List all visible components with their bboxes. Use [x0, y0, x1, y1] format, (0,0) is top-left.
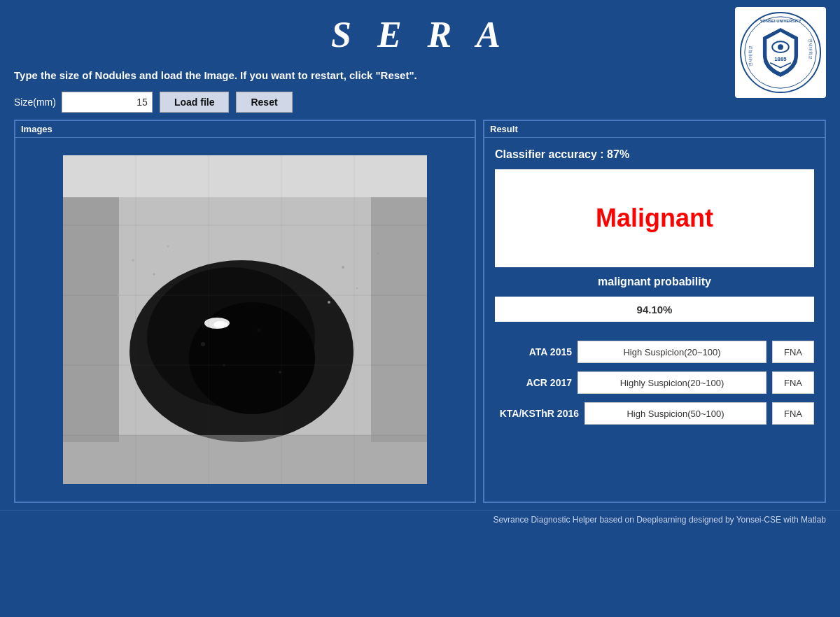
- svg-text:연세대학교: 연세대학교: [748, 45, 752, 66]
- svg-point-29: [279, 371, 281, 374]
- guideline-row-ata: ATA 2015 High Suspicion(20~100) FNA: [495, 341, 814, 363]
- size-input[interactable]: [62, 92, 153, 113]
- guideline-category-acr: Highly Suspicion(20~100): [578, 371, 766, 394]
- svg-text:1885: 1885: [774, 56, 787, 62]
- svg-point-19: [153, 274, 155, 276]
- diagnosis-text: Malignant: [596, 204, 713, 233]
- svg-point-14: [214, 321, 227, 328]
- result-panel: Result Classifier accuracy : 87% Maligna…: [483, 120, 826, 503]
- svg-point-21: [167, 246, 169, 248]
- guideline-name-ata: ATA 2015: [495, 346, 572, 357]
- malignant-probability-label: malignant probability: [495, 276, 814, 288]
- guideline-action-acr: FNA: [772, 371, 814, 394]
- classifier-accuracy: Classifier accuracy : 87%: [495, 148, 814, 161]
- guideline-name-kta: KTA/KSThR 2016: [495, 408, 579, 419]
- guideline-category-ata: High Suspicion(20~100): [578, 341, 766, 363]
- svg-rect-15: [63, 197, 119, 442]
- svg-point-12: [189, 302, 315, 414]
- images-panel: Images: [14, 120, 476, 503]
- guideline-action-ata: FNA: [772, 341, 814, 363]
- ultrasound-image: [63, 155, 427, 484]
- svg-rect-9: [63, 155, 427, 197]
- svg-point-24: [328, 301, 330, 304]
- svg-text:연세대학교: 연세대학교: [808, 38, 813, 59]
- svg-point-22: [342, 266, 344, 269]
- probability-value: 94.10%: [637, 304, 673, 315]
- guideline-name-acr: ACR 2017: [495, 377, 572, 388]
- guideline-category-kta: High Suspicion(50~100): [584, 402, 766, 425]
- guideline-row-kta: KTA/KSThR 2016 High Suspicion(50~100) FN…: [495, 402, 814, 425]
- image-display: [15, 138, 475, 502]
- svg-point-18: [132, 259, 134, 262]
- main-content: Images: [0, 120, 840, 510]
- size-label: Size(mm): [14, 97, 56, 108]
- diagnosis-box: Malignant: [495, 169, 814, 267]
- load-file-button[interactable]: Load file: [160, 92, 230, 113]
- header: S E R A 1885 YONSEI UNIVERSITY 연세대학교 연세대…: [0, 0, 840, 62]
- app-title: S E R A: [331, 14, 509, 55]
- guidelines-container: ATA 2015 High Suspicion(20~100) FNA ACR …: [495, 337, 814, 425]
- svg-point-3: [778, 44, 783, 50]
- result-panel-header: Result: [484, 121, 825, 138]
- instructions: Type the size of Nodules and load the Im…: [0, 62, 840, 92]
- svg-text:YONSEI UNIVERSITY: YONSEI UNIVERSITY: [760, 19, 801, 23]
- controls-row: Size(mm) Load file Reset: [0, 92, 840, 120]
- images-panel-header: Images: [15, 121, 475, 138]
- svg-rect-16: [371, 197, 427, 442]
- guideline-action-kta: FNA: [772, 402, 814, 425]
- svg-point-28: [257, 328, 261, 332]
- footer: Sevrance Diagnostic Helper based on Deep…: [0, 510, 840, 529]
- reset-button[interactable]: Reset: [236, 92, 292, 113]
- svg-point-26: [201, 342, 205, 346]
- university-logo: 1885 YONSEI UNIVERSITY 연세대학교 연세대학교: [735, 7, 826, 98]
- svg-rect-30: [63, 435, 427, 484]
- result-content: Classifier accuracy : 87% Malignant mali…: [484, 138, 825, 435]
- guideline-row-acr: ACR 2017 Highly Suspicion(20~100) FNA: [495, 371, 814, 394]
- svg-point-23: [356, 288, 358, 290]
- probability-bar: 94.10%: [495, 297, 814, 322]
- svg-point-25: [377, 253, 379, 255]
